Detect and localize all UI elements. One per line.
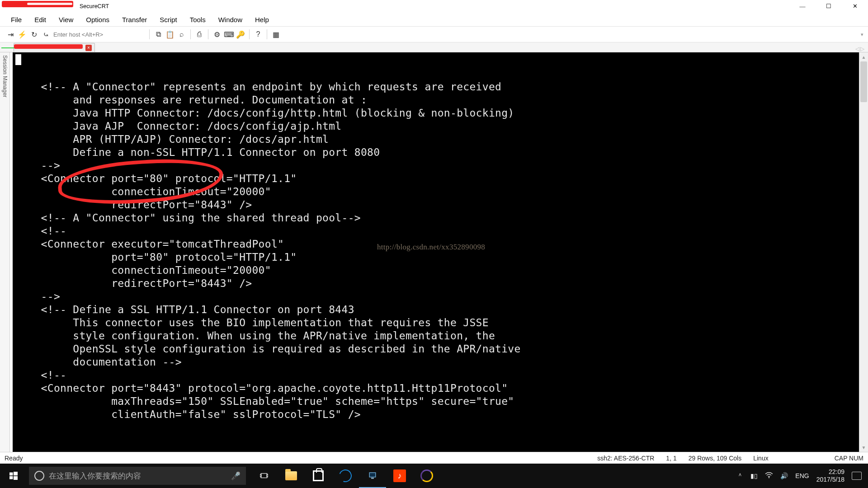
toolbar-separator [267, 29, 267, 39]
work-area: Session Manager <!-- A "Connector" repre… [0, 52, 868, 452]
tab-scroll-right-icon[interactable]: ▷ [860, 46, 864, 52]
taskbar-search[interactable]: 在这里输入你要搜索的内容 🎤 [29, 467, 246, 485]
edge-icon [337, 467, 354, 484]
task-view-button[interactable] [250, 464, 278, 488]
folder-icon [285, 471, 297, 480]
toolbar-find-icon[interactable]: ⌕ [176, 28, 188, 40]
eclipse-icon [420, 469, 433, 482]
store-icon [313, 470, 324, 481]
netease-music-button[interactable]: ♪ [386, 464, 413, 488]
scroll-down-icon[interactable]: ▼ [859, 443, 868, 452]
toolbar-keymap-icon[interactable]: 🔑 [235, 28, 246, 40]
svg-rect-3 [14, 476, 18, 480]
menu-script[interactable]: Script [153, 14, 183, 25]
toolbar-separator [208, 29, 208, 39]
search-placeholder: 在这里输入你要搜索的内容 [49, 471, 141, 481]
menu-view[interactable]: View [52, 14, 80, 25]
toolbar-disconnect-icon[interactable]: ⤿ [40, 28, 52, 40]
terminal[interactable]: <!-- A "Connector" represents an endpoin… [13, 52, 859, 452]
microphone-icon[interactable]: 🎤 [231, 471, 241, 481]
toolbar-separator [249, 29, 250, 39]
scroll-up-icon[interactable]: ▲ [859, 52, 868, 61]
tray-language[interactable]: ENG [795, 472, 809, 479]
netease-icon: ♪ [393, 469, 406, 482]
toolbar-separator [190, 29, 191, 39]
edge-browser-button[interactable] [332, 464, 359, 488]
close-button[interactable]: ✕ [842, 0, 868, 13]
minimize-button[interactable]: — [789, 0, 816, 13]
toolbar-reconnect-icon[interactable]: ↻ [28, 28, 40, 40]
tab-scroll-left-icon[interactable]: ◁ [855, 46, 859, 52]
task-view-icon [260, 472, 268, 480]
taskbar-pinned-apps: ♪ [250, 464, 440, 488]
status-protocol: ssh2: AES-256-CTR [597, 455, 654, 462]
system-tray: ＾ ▮▯ 🔊 ENG 22:09 2017/5/18 [737, 468, 868, 483]
start-button[interactable] [0, 464, 27, 488]
svg-rect-5 [260, 474, 261, 477]
svg-rect-0 [9, 473, 13, 476]
terminal-content: <!-- A "Connector" represents an endpoin… [13, 52, 859, 421]
title-bar: SecureCRT — ☐ ✕ [0, 0, 868, 13]
app-title: SecureCRT [80, 3, 109, 9]
tray-overflow-icon[interactable]: ＾ [737, 472, 743, 480]
scroll-track[interactable] [859, 61, 868, 443]
svg-rect-9 [371, 478, 374, 479]
terminal-scrollbar[interactable]: ▲ ▼ [859, 52, 868, 452]
scroll-thumb[interactable] [860, 61, 867, 102]
menu-help[interactable]: Help [249, 14, 275, 25]
tray-wifi-icon[interactable] [765, 472, 773, 480]
toolbar-keyboard-icon[interactable]: ⌨ [223, 28, 235, 40]
toolbar-command-window-icon[interactable]: ▦ [270, 28, 282, 40]
svg-rect-8 [370, 473, 375, 477]
svg-point-10 [769, 477, 769, 478]
toolbar-print-icon[interactable]: ⎙ [193, 28, 205, 40]
status-bar: Ready ssh2: AES-256-CTR 1, 1 29 Rows, 10… [0, 452, 868, 464]
eclipse-ide-button[interactable] [413, 464, 440, 488]
svg-rect-1 [14, 472, 18, 475]
tray-volume-icon[interactable]: 🔊 [780, 472, 788, 479]
session-manager-panel[interactable]: Session Manager [0, 52, 10, 452]
wifi-icon [765, 472, 773, 479]
securecrt-taskbar-button[interactable] [359, 464, 386, 488]
status-cursor-pos: 1, 1 [666, 455, 676, 462]
toolbar-help-icon[interactable]: ? [252, 28, 264, 40]
tab-close-button[interactable]: × [85, 45, 92, 51]
toolbar-separator [149, 29, 150, 39]
tab-scroll-arrows: ◁ ▷ [855, 46, 868, 52]
session-manager-label: Session Manager [2, 55, 8, 452]
status-emulation: Linux [753, 455, 768, 462]
file-explorer-button[interactable] [278, 464, 305, 488]
securecrt-icon [368, 471, 377, 479]
toolbar: ⇥ ⚡ ↻ ⤿ ⧉ 📋 ⌕ ⎙ ⚙ ⌨ 🔑 ? ▦ ▾ [0, 26, 868, 42]
session-tab[interactable]: × [14, 43, 95, 52]
tray-battery-icon[interactable]: ▮▯ [750, 472, 758, 479]
svg-rect-2 [9, 476, 13, 479]
windows-taskbar: 在这里输入你要搜索的内容 🎤 ♪ ＾ ▮▯ 🔊 ENG 22:09 2017/5… [0, 464, 868, 488]
cortana-icon [34, 471, 44, 481]
toolbar-connect-icon[interactable]: ⇥ [5, 28, 16, 40]
status-capnum: CAP NUM [835, 455, 863, 462]
redacted-session-name [14, 44, 83, 49]
menu-bar: File Edit View Options Transfer Script T… [0, 13, 868, 26]
host-input[interactable] [52, 29, 146, 39]
microsoft-store-button[interactable] [305, 464, 332, 488]
menu-edit[interactable]: Edit [28, 14, 52, 25]
status-dimensions: 29 Rows, 109 Cols [689, 455, 742, 462]
menu-file[interactable]: File [5, 14, 28, 25]
maximize-button[interactable]: ☐ [816, 0, 842, 13]
menu-window[interactable]: Window [212, 14, 249, 25]
toolbar-settings-icon[interactable]: ⚙ [211, 28, 223, 40]
windows-logo-icon [9, 472, 18, 480]
toolbar-quick-connect-icon[interactable]: ⚡ [16, 28, 28, 40]
menu-transfer[interactable]: Transfer [116, 14, 153, 25]
menu-options[interactable]: Options [80, 14, 116, 25]
menu-tools[interactable]: Tools [184, 14, 212, 25]
toolbar-paste-icon[interactable]: 📋 [164, 28, 176, 40]
status-ready: Ready [5, 455, 23, 462]
action-center-icon[interactable] [852, 472, 862, 480]
tray-time: 22:09 [816, 468, 844, 476]
watermark-text: http://blog.csdn.net/xx352890098 [377, 240, 485, 253]
toolbar-copy-icon[interactable]: ⧉ [152, 28, 164, 40]
toolbar-overflow-icon[interactable]: ▾ [861, 32, 863, 38]
tray-clock[interactable]: 22:09 2017/5/18 [816, 468, 844, 483]
